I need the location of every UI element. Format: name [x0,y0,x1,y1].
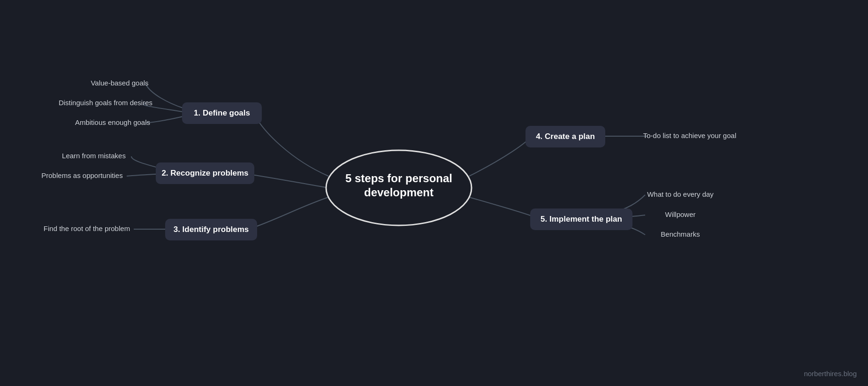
connector-implement-plan [469,197,537,218]
center-title-line1: 5 steps for personal [345,172,452,185]
branch-create-plan-label: 4. Create a plan [536,132,595,141]
leaf-benchmarks: Benchmarks [661,230,700,238]
leaf-what-to-do: What to do every day [647,190,714,198]
leaf-root-problem: Find the root of the problem [44,224,130,232]
connector-define-goals [253,113,328,176]
leaf-willpower: Willpower [665,210,695,218]
leaf-distinguish-goals: Distinguish goals from desires [59,99,152,107]
watermark: norberthires.blog [804,370,857,378]
leaf-learn-mistakes: Learn from mistakes [62,152,126,160]
leaf-problems-opportunities: Problems as opportunities [41,171,122,179]
center-title-line2: development [364,186,434,199]
connector-leaf-ambitious [145,116,183,123]
branch-implement-plan-label: 5. Implement the plan [541,215,622,224]
connector-identify-problems [249,197,328,229]
leaf-value-based-goals: Value-based goals [91,79,148,87]
leaf-ambitious-goals: Ambitious enough goals [75,118,150,126]
mind-map: 5 steps for personal development 1. Defi… [0,0,868,386]
branch-define-goals-label: 1. Define goals [194,108,250,117]
connector-create-plan [469,136,530,176]
branch-recognize-problems-label: 2. Recognize problems [161,169,248,178]
branch-identify-problems-label: 3. Identify problems [174,225,249,234]
leaf-todo-list: To-do list to achieve your goal [643,131,736,139]
